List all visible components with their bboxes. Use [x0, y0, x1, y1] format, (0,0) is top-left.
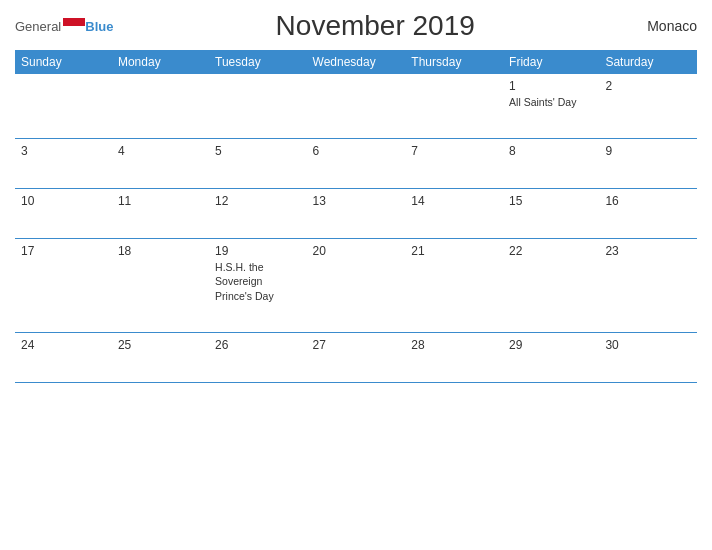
calendar-cell: 25	[112, 332, 209, 382]
calendar-week-1: 3456789	[15, 138, 697, 188]
day-number: 24	[21, 338, 106, 352]
svg-rect-0	[63, 18, 85, 26]
day-number: 12	[215, 194, 300, 208]
calendar-cell: 3	[15, 138, 112, 188]
calendar-cell: 12	[209, 188, 306, 238]
calendar-week-2: 10111213141516	[15, 188, 697, 238]
day-number: 4	[118, 144, 203, 158]
calendar-cell: 24	[15, 332, 112, 382]
calendar-cell: 17	[15, 238, 112, 332]
day-number: 1	[509, 79, 593, 93]
calendar-cell: 19H.S.H. the Sovereign Prince's Day	[209, 238, 306, 332]
day-number: 21	[411, 244, 497, 258]
day-number: 30	[605, 338, 691, 352]
day-number: 27	[313, 338, 400, 352]
calendar-cell: 9	[599, 138, 697, 188]
calendar-cell: 16	[599, 188, 697, 238]
calendar-cell: 14	[405, 188, 503, 238]
calendar-cell: 10	[15, 188, 112, 238]
calendar-cell: 11	[112, 188, 209, 238]
calendar-cell: 22	[503, 238, 599, 332]
calendar-cell: 29	[503, 332, 599, 382]
calendar-cell: 27	[307, 332, 406, 382]
calendar-cell: 23	[599, 238, 697, 332]
logo: General Blue	[15, 18, 113, 34]
calendar-cell	[209, 74, 306, 138]
logo-flag-icon	[63, 18, 85, 34]
day-number: 16	[605, 194, 691, 208]
day-number: 15	[509, 194, 593, 208]
day-number: 11	[118, 194, 203, 208]
calendar-cell: 8	[503, 138, 599, 188]
day-number: 25	[118, 338, 203, 352]
day-number: 28	[411, 338, 497, 352]
calendar-cell	[405, 74, 503, 138]
calendar-week-4: 24252627282930	[15, 332, 697, 382]
calendar-cell: 4	[112, 138, 209, 188]
day-number: 13	[313, 194, 400, 208]
calendar-cell: 28	[405, 332, 503, 382]
header-monday: Monday	[112, 50, 209, 74]
calendar-page: General Blue November 2019 Monaco Sunday…	[0, 0, 712, 550]
day-number: 19	[215, 244, 300, 258]
day-number: 20	[313, 244, 400, 258]
calendar-cell	[112, 74, 209, 138]
calendar-cell: 13	[307, 188, 406, 238]
calendar-cell: 26	[209, 332, 306, 382]
day-number: 18	[118, 244, 203, 258]
day-event: H.S.H. the Sovereign Prince's Day	[215, 261, 274, 302]
calendar-cell: 15	[503, 188, 599, 238]
calendar-cell: 7	[405, 138, 503, 188]
calendar-cell: 5	[209, 138, 306, 188]
calendar-table: Sunday Monday Tuesday Wednesday Thursday…	[15, 50, 697, 383]
calendar-cell: 2	[599, 74, 697, 138]
day-number: 14	[411, 194, 497, 208]
day-number: 22	[509, 244, 593, 258]
calendar-cell: 20	[307, 238, 406, 332]
day-number: 10	[21, 194, 106, 208]
calendar-cell	[15, 74, 112, 138]
day-number: 3	[21, 144, 106, 158]
logo-general-text: General	[15, 19, 61, 34]
day-number: 29	[509, 338, 593, 352]
day-number: 6	[313, 144, 400, 158]
country-label: Monaco	[637, 18, 697, 34]
day-number: 26	[215, 338, 300, 352]
header-sunday: Sunday	[15, 50, 112, 74]
header-tuesday: Tuesday	[209, 50, 306, 74]
day-event: All Saints' Day	[509, 96, 576, 108]
header-saturday: Saturday	[599, 50, 697, 74]
day-number: 7	[411, 144, 497, 158]
calendar-cell: 6	[307, 138, 406, 188]
day-number: 9	[605, 144, 691, 158]
svg-rect-1	[63, 26, 85, 34]
calendar-week-3: 171819H.S.H. the Sovereign Prince's Day2…	[15, 238, 697, 332]
calendar-cell: 1All Saints' Day	[503, 74, 599, 138]
month-title: November 2019	[113, 10, 637, 42]
header-friday: Friday	[503, 50, 599, 74]
page-header: General Blue November 2019 Monaco	[15, 10, 697, 42]
day-number: 23	[605, 244, 691, 258]
day-number: 5	[215, 144, 300, 158]
calendar-cell: 30	[599, 332, 697, 382]
logo-blue-text: Blue	[85, 19, 113, 34]
weekday-header-row: Sunday Monday Tuesday Wednesday Thursday…	[15, 50, 697, 74]
header-wednesday: Wednesday	[307, 50, 406, 74]
calendar-cell	[307, 74, 406, 138]
header-thursday: Thursday	[405, 50, 503, 74]
calendar-week-0: 1All Saints' Day2	[15, 74, 697, 138]
calendar-cell: 18	[112, 238, 209, 332]
day-number: 2	[605, 79, 691, 93]
day-number: 8	[509, 144, 593, 158]
calendar-cell: 21	[405, 238, 503, 332]
day-number: 17	[21, 244, 106, 258]
